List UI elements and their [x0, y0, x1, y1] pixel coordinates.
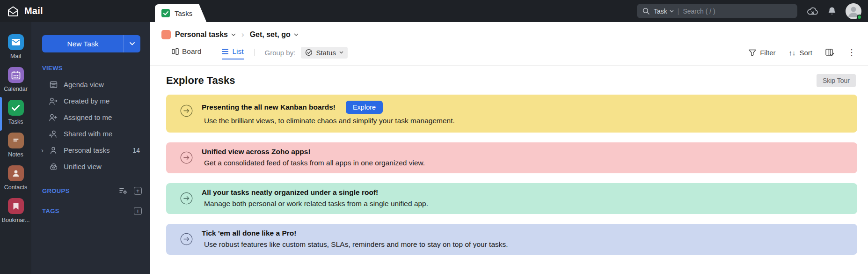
board-view-label: Board	[182, 47, 201, 56]
rail-label: Bookmar...	[2, 217, 30, 223]
sort-button[interactable]: ↑↓ Sort	[788, 49, 812, 57]
add-group-button[interactable]: +	[134, 187, 142, 195]
unified-circles-icon	[49, 163, 58, 170]
person-icon	[49, 147, 58, 154]
page-title: Explore Tasks	[166, 74, 235, 87]
breadcrumb-list-name: Personal tasks	[175, 30, 228, 39]
columns-button[interactable]	[825, 49, 834, 57]
group-by-status-label: Status	[316, 49, 336, 57]
filter-button[interactable]: Filter	[749, 49, 775, 57]
explore-button[interactable]: Explore	[346, 101, 383, 114]
brand[interactable]: Mail	[0, 5, 43, 17]
more-options-icon[interactable]: ⋮	[847, 48, 856, 57]
banner-title: Presenting the all new Kanban boards!	[202, 103, 336, 111]
banner-subtitle: Manage both personal or work related tas…	[202, 200, 428, 208]
rail-item-bookmarks[interactable]: Bookmar...	[0, 198, 31, 223]
breadcrumb-list-dropdown[interactable]: Personal tasks	[175, 30, 236, 39]
filter-funnel-icon	[749, 49, 756, 56]
mail-icon	[8, 34, 24, 50]
tab-label: Tasks	[175, 9, 192, 17]
view-toolbar: Board List Group by: Status Filter ↑	[172, 46, 856, 60]
content-divider	[150, 65, 868, 66]
search-icon	[642, 7, 650, 15]
sidebar-item-assigned-to-me[interactable]: Assigned to me	[31, 109, 150, 126]
rail-item-notes[interactable]: Notes	[0, 133, 31, 158]
sort-arrows-icon: ↑↓	[788, 49, 795, 57]
tags-section-label: TAGS	[31, 207, 127, 215]
sidebar-item-label: Agenda view	[64, 81, 104, 89]
rail-label: Contacts	[4, 184, 27, 191]
list-view-button[interactable]: List	[222, 47, 243, 59]
new-task-dropdown[interactable]	[124, 35, 140, 52]
sidebar-item-created-by-me[interactable]: Created by me	[31, 93, 150, 109]
rail-item-calendar[interactable]: Calendar	[0, 67, 31, 92]
skip-tour-button[interactable]: Skip Tour	[817, 74, 856, 87]
banner-subtitle: Use the brilliant views, to eliminate ch…	[202, 117, 455, 125]
list-view-label: List	[232, 47, 243, 56]
rail-item-tasks[interactable]: Tasks	[0, 100, 31, 125]
zoho-mail-logo-icon	[7, 5, 20, 17]
rail-label: Mail	[10, 53, 21, 59]
zoho-mail-tasks-app: Mail Tasks Task |	[0, 0, 868, 274]
breadcrumb-task-name: Get, set, go	[250, 30, 291, 39]
search-scope-label: Task	[654, 7, 667, 15]
group-by-status-dropdown[interactable]: Status	[301, 47, 348, 59]
rail-label: Notes	[8, 151, 23, 158]
plus-icon: +	[134, 207, 142, 215]
notes-icon	[8, 133, 24, 148]
tags-section: TAGS +	[31, 207, 150, 215]
arrow-circle-icon	[180, 104, 193, 117]
list-color-swatch	[161, 30, 171, 39]
tasks-sidebar: New Task VIEWS Agenda view Created by me	[31, 22, 150, 274]
sidebar-item-unified-view[interactable]: Unified view	[31, 158, 150, 175]
notifications-bell-icon[interactable]	[828, 7, 836, 16]
sidebar-item-label: Created by me	[64, 97, 109, 105]
breadcrumb: Personal tasks › Get, set, go	[161, 30, 868, 39]
groups-section-label: GROUPS	[31, 187, 113, 194]
rail-item-contacts[interactable]: Contacts	[0, 165, 31, 191]
views-list: Agenda view Created by me Assigned to me…	[31, 76, 150, 175]
new-task-button[interactable]: New Task	[42, 35, 140, 52]
chevron-down-icon	[231, 33, 236, 36]
sidebar-item-label: Shared with me	[64, 130, 112, 138]
cloud-sync-icon[interactable]	[807, 7, 818, 15]
sidebar-item-agenda-view[interactable]: Agenda view	[31, 76, 150, 93]
banner-body: Presenting the all new Kanban boards! Ex…	[202, 101, 455, 125]
banner-pro: Tick 'em all done like a Pro! Use robust…	[166, 224, 857, 255]
banner-body: Tick 'em all done like a Pro! Use robust…	[202, 229, 508, 249]
tab-tasks[interactable]: Tasks	[155, 4, 206, 22]
chevron-down-icon	[294, 33, 299, 36]
search-scope-dropdown[interactable]: Task	[654, 7, 674, 15]
sidebar-item-label: Personal tasks	[64, 146, 109, 154]
breadcrumb-task-dropdown[interactable]: Get, set, go	[250, 30, 299, 39]
user-avatar[interactable]	[846, 3, 861, 19]
person-arrow-right-icon	[49, 97, 58, 105]
group-by-label: Group by:	[265, 49, 296, 57]
topbar-right: Task |	[637, 3, 868, 19]
kanban-board-icon	[172, 48, 179, 55]
arrow-circle-icon	[180, 233, 193, 245]
search-bar[interactable]: Task |	[637, 4, 797, 18]
search-input[interactable]	[683, 7, 792, 15]
rail-label: Tasks	[8, 118, 23, 125]
board-view-button[interactable]: Board	[172, 47, 201, 59]
arrow-circle-icon	[180, 192, 193, 205]
tasks-icon	[8, 100, 24, 116]
columns-icon	[825, 49, 834, 57]
banner-title: Tick 'em all done like a Pro!	[202, 229, 296, 237]
rail-item-mail[interactable]: Mail	[0, 34, 31, 59]
add-tag-button[interactable]: +	[134, 207, 142, 215]
toolbar-right: Filter ↑↓ Sort ⋮	[749, 48, 856, 57]
new-task-label: New Task	[42, 40, 124, 48]
expand-chevron-icon[interactable]: ›	[41, 146, 44, 154]
sidebar-item-shared-with-me[interactable]: Shared with me	[31, 126, 150, 142]
chevron-down-icon	[339, 51, 343, 54]
banner-title: Unified view across Zoho apps!	[202, 148, 311, 156]
calendar-icon	[8, 67, 24, 83]
groups-settings-icon[interactable]	[119, 187, 127, 194]
banner-single-roof: All your tasks neatly organized under a …	[166, 183, 857, 214]
banner-subtitle: Get a consolidated feed of tasks from al…	[202, 159, 425, 167]
toolbar-divider	[254, 49, 255, 56]
list-icon	[222, 48, 229, 55]
sidebar-item-personal-tasks[interactable]: › Personal tasks 14	[31, 142, 150, 158]
